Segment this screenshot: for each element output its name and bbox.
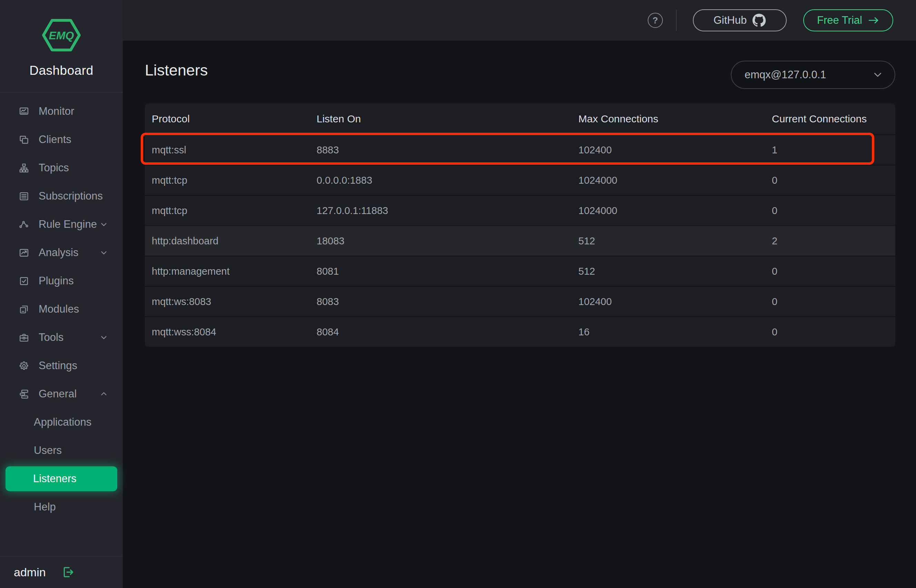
sidebar-item-general[interactable]: General bbox=[0, 380, 123, 408]
table-row: http:dashboard 18083 512 2 bbox=[145, 225, 895, 256]
sidebar-item-label: Subscriptions bbox=[39, 190, 103, 202]
cell-listen-on: 8083 bbox=[317, 296, 578, 307]
github-icon bbox=[752, 13, 766, 27]
table-header: Protocol Listen On Max Connections Curre… bbox=[145, 103, 895, 134]
sidebar-item-clients[interactable]: Clients bbox=[0, 126, 123, 154]
clients-icon bbox=[19, 134, 29, 145]
cell-max-connections: 102400 bbox=[578, 144, 772, 156]
cell-max-connections: 512 bbox=[578, 236, 772, 247]
table-row: mqtt:wss:8084 8084 16 0 bbox=[145, 317, 895, 347]
sidebar-item-label: Plugins bbox=[39, 275, 74, 287]
cell-listen-on: 8081 bbox=[317, 266, 578, 277]
sidebar-item-plugins[interactable]: Plugins bbox=[0, 267, 123, 295]
cell-current-connections: 0 bbox=[772, 296, 895, 307]
rule-engine-icon bbox=[19, 219, 29, 230]
cell-protocol: mqtt:ssl bbox=[152, 144, 317, 156]
settings-icon bbox=[19, 360, 29, 371]
sidebar-item-tools[interactable]: Tools bbox=[0, 323, 123, 352]
tools-icon bbox=[19, 332, 29, 343]
cell-max-connections: 1024000 bbox=[578, 205, 772, 216]
sidebar-item-label: Modules bbox=[39, 303, 79, 315]
cell-listen-on: 18083 bbox=[317, 236, 578, 247]
sidebar-item-analysis[interactable]: Analysis bbox=[0, 239, 123, 267]
cell-protocol: mqtt:ws:8083 bbox=[152, 296, 317, 307]
cell-current-connections: 0 bbox=[772, 326, 895, 338]
sidebar-subitem-help[interactable]: Help bbox=[0, 493, 123, 521]
topics-icon bbox=[19, 163, 29, 173]
sidebar-subitem-label: Users bbox=[34, 444, 62, 457]
cell-current-connections: 0 bbox=[772, 205, 895, 216]
cell-protocol: mqtt:wss:8084 bbox=[152, 326, 317, 338]
column-header-max-connections: Max Connections bbox=[578, 113, 772, 125]
sidebar-item-label: Clients bbox=[39, 133, 71, 146]
sidebar-item-modules[interactable]: Modules bbox=[0, 295, 123, 323]
monitor-icon bbox=[19, 106, 29, 117]
sidebar-item-label: Analysis bbox=[39, 246, 78, 259]
table-row: mqtt:ws:8083 8083 102400 0 bbox=[145, 286, 895, 317]
sidebar-footer: admin bbox=[0, 556, 123, 588]
sidebar-item-label: Monitor bbox=[39, 105, 74, 118]
table-row: mqtt:ssl 8883 102400 1 bbox=[145, 134, 895, 165]
table-row: http:management 8081 512 0 bbox=[145, 256, 895, 286]
sidebar-item-label: Settings bbox=[39, 360, 77, 372]
app-title: Dashboard bbox=[0, 63, 123, 78]
username-label: admin bbox=[14, 565, 46, 579]
arrow-right-icon bbox=[868, 16, 879, 25]
chevron-down-icon bbox=[99, 248, 108, 257]
logo-block: EMQ Dashboard bbox=[0, 0, 123, 92]
sidebar: EMQ Dashboard Monitor Clients bbox=[0, 0, 123, 588]
sidebar-item-label: Tools bbox=[39, 331, 63, 344]
svg-text:EMQ: EMQ bbox=[49, 29, 74, 42]
chevron-down-icon bbox=[99, 333, 108, 342]
sidebar-subitem-listeners[interactable]: Listeners bbox=[5, 466, 117, 491]
free-trial-button[interactable]: Free Trial bbox=[803, 9, 893, 31]
github-button[interactable]: GitHub bbox=[693, 9, 787, 31]
column-header-listen-on: Listen On bbox=[317, 113, 578, 125]
modules-icon bbox=[19, 304, 29, 315]
emqx-dashboard-screen: EMQ Dashboard Monitor Clients bbox=[0, 0, 916, 588]
cell-max-connections: 16 bbox=[578, 326, 772, 338]
chevron-up-icon bbox=[99, 389, 108, 399]
cell-current-connections: 2 bbox=[772, 236, 895, 247]
sidebar-subitem-label: Listeners bbox=[33, 473, 76, 485]
chevron-down-icon bbox=[99, 220, 108, 229]
cell-listen-on: 8883 bbox=[317, 144, 578, 156]
general-icon bbox=[19, 389, 29, 399]
cell-protocol: mqtt:tcp bbox=[152, 205, 317, 216]
cell-current-connections: 1 bbox=[772, 144, 895, 156]
cell-protocol: mqtt:tcp bbox=[152, 175, 317, 186]
cell-listen-on: 0.0.0.0:1883 bbox=[317, 175, 578, 186]
column-header-current-connections: Current Connections bbox=[772, 113, 895, 125]
sidebar-item-label: Topics bbox=[39, 162, 69, 174]
subscriptions-icon bbox=[19, 191, 29, 202]
sidebar-item-topics[interactable]: Topics bbox=[0, 154, 123, 182]
sidebar-subitem-users[interactable]: Users bbox=[0, 436, 123, 465]
logout-icon[interactable] bbox=[60, 565, 75, 579]
sidebar-subitem-applications[interactable]: Applications bbox=[0, 408, 123, 436]
cell-max-connections: 1024000 bbox=[578, 175, 772, 186]
topbar-divider bbox=[676, 10, 676, 31]
sidebar-item-rule-engine[interactable]: Rule Engine bbox=[0, 210, 123, 239]
github-button-label: GitHub bbox=[714, 14, 747, 27]
help-icon[interactable]: ? bbox=[648, 13, 663, 28]
cell-current-connections: 0 bbox=[772, 266, 895, 277]
free-trial-button-label: Free Trial bbox=[817, 14, 862, 27]
sidebar-item-subscriptions[interactable]: Subscriptions bbox=[0, 182, 123, 210]
chevron-down-icon bbox=[872, 69, 883, 80]
sidebar-item-label: Rule Engine bbox=[39, 218, 97, 231]
main-content: Listeners emqx@127.0.0.1 Protocol Listen… bbox=[123, 41, 916, 588]
listeners-table: Protocol Listen On Max Connections Curre… bbox=[145, 103, 895, 347]
topbar: ? GitHub Free Trial bbox=[123, 0, 916, 41]
cell-protocol: http:dashboard bbox=[152, 236, 317, 247]
cell-max-connections: 102400 bbox=[578, 296, 772, 307]
sidebar-item-monitor[interactable]: Monitor bbox=[0, 97, 123, 126]
sidebar-item-settings[interactable]: Settings bbox=[0, 352, 123, 380]
cell-listen-on: 127.0.0.1:11883 bbox=[317, 205, 578, 216]
node-select-dropdown[interactable]: emqx@127.0.0.1 bbox=[731, 61, 895, 89]
page-title: Listeners bbox=[145, 61, 208, 79]
plugins-icon bbox=[19, 276, 29, 286]
column-header-protocol: Protocol bbox=[152, 113, 317, 125]
table-row: mqtt:tcp 0.0.0.0:1883 1024000 0 bbox=[145, 165, 895, 195]
sidebar-item-label: General bbox=[39, 388, 76, 400]
cell-max-connections: 512 bbox=[578, 266, 772, 277]
